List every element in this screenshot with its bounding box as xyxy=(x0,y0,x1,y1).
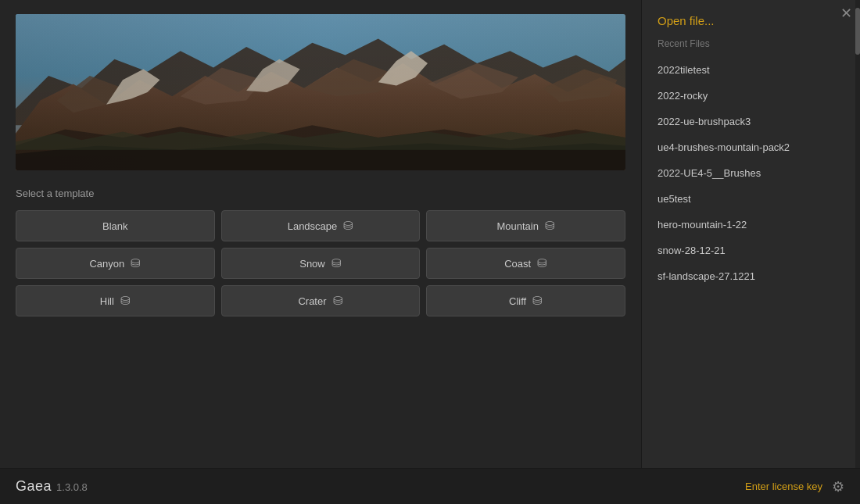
app-name: Gaea xyxy=(16,478,52,495)
main-layout: Select a template Blank Landscape ⛁ Moun… xyxy=(0,0,860,468)
footer-left: Gaea 1.3.0.8 xyxy=(16,478,88,495)
landscape-label: Landscape xyxy=(288,220,338,232)
app-window: ✕ xyxy=(0,0,860,504)
select-template-label: Select a template xyxy=(16,188,625,199)
mountain-label: Mountain xyxy=(496,220,538,232)
template-btn-coast[interactable]: Coast ⛁ xyxy=(426,248,625,279)
recent-file-item[interactable]: 2022tiletest xyxy=(642,57,860,83)
snow-label: Snow xyxy=(299,258,325,270)
template-grid: Blank Landscape ⛁ Mountain ⛁ Canyon ⛁ Sn… xyxy=(16,210,625,316)
recent-file-item[interactable]: 2022-ue-brushpack3 xyxy=(642,109,860,134)
bucket-icon-canyon: ⛁ xyxy=(131,256,141,270)
footer: Gaea 1.3.0.8 Enter license key ⚙ xyxy=(0,468,860,504)
recent-files-list: 2022tiletest2022-rocky2022-ue-brushpack3… xyxy=(642,57,860,468)
recent-file-item[interactable]: snow-28-12-21 xyxy=(642,238,860,263)
recent-file-item[interactable]: ue4-brushes-mountain-pack2 xyxy=(642,134,860,160)
scrollbar-thumb xyxy=(855,8,860,55)
recent-file-item[interactable]: sf-landscape-27.1221 xyxy=(642,263,860,289)
scrollbar-track[interactable] xyxy=(855,0,860,468)
template-btn-landscape[interactable]: Landscape ⛁ xyxy=(221,210,421,241)
recent-file-item[interactable]: ue5test xyxy=(642,186,860,212)
cliff-label: Cliff xyxy=(509,295,526,307)
coast-label: Coast xyxy=(504,258,531,270)
close-button[interactable]: ✕ xyxy=(840,6,852,20)
template-btn-canyon[interactable]: Canyon ⛁ xyxy=(16,248,215,279)
right-panel: Open file... Recent Files 2022tiletest20… xyxy=(641,0,860,468)
bucket-icon-cliff: ⛁ xyxy=(532,294,543,308)
bucket-icon-hill: ⛁ xyxy=(120,294,131,308)
blank-label: Blank xyxy=(102,220,128,232)
recent-file-item[interactable]: hero-mountain-1-22 xyxy=(642,212,860,238)
bucket-icon-coast: ⛁ xyxy=(537,256,547,270)
preview-image xyxy=(16,14,625,170)
left-panel: Select a template Blank Landscape ⛁ Moun… xyxy=(0,0,641,468)
canyon-label: Canyon xyxy=(89,258,124,270)
template-btn-snow[interactable]: Snow ⛁ xyxy=(221,248,421,279)
app-version: 1.3.0.8 xyxy=(56,481,88,493)
footer-right: Enter license key ⚙ xyxy=(745,478,844,495)
template-btn-mountain[interactable]: Mountain ⛁ xyxy=(426,210,625,241)
template-btn-crater[interactable]: Crater ⛁ xyxy=(221,285,421,316)
template-btn-cliff[interactable]: Cliff ⛁ xyxy=(426,285,625,316)
recent-files-label: Recent Files xyxy=(642,38,860,57)
bucket-icon-crater: ⛁ xyxy=(333,294,343,308)
open-file-button[interactable]: Open file... xyxy=(642,14,860,38)
recent-file-item[interactable]: 2022-rocky xyxy=(642,83,860,109)
template-btn-hill[interactable]: Hill ⛁ xyxy=(16,285,215,316)
template-btn-blank[interactable]: Blank xyxy=(16,210,215,241)
bucket-icon-landscape: ⛁ xyxy=(343,219,353,233)
license-key-button[interactable]: Enter license key xyxy=(745,481,822,492)
hill-label: Hill xyxy=(100,295,114,307)
recent-file-item[interactable]: 2022-UE4-5__Brushes xyxy=(642,160,860,186)
crater-label: Crater xyxy=(298,295,326,307)
bucket-icon-snow: ⛁ xyxy=(331,256,342,270)
settings-icon[interactable]: ⚙ xyxy=(832,478,844,495)
bucket-icon-mountain: ⛁ xyxy=(545,219,555,233)
